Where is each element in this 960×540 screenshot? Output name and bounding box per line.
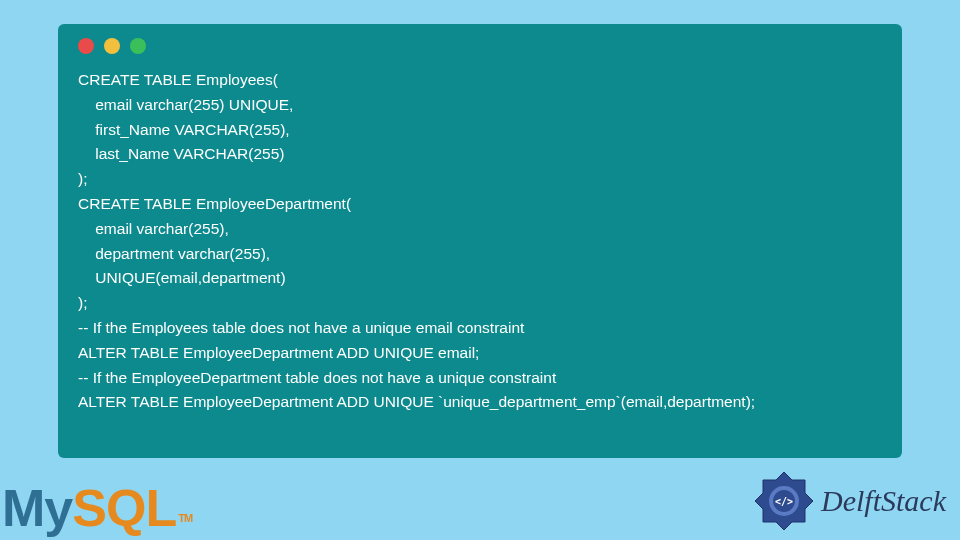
delftstack-logo: </> DelftStack [753, 470, 946, 532]
code-block: CREATE TABLE Employees( email varchar(25… [58, 24, 902, 458]
minimize-icon [104, 38, 120, 54]
mysql-tm: TM [178, 512, 192, 524]
maximize-icon [130, 38, 146, 54]
mysql-my: My [2, 479, 72, 537]
mysql-sql: SQL [72, 479, 176, 537]
sql-code: CREATE TABLE Employees( email varchar(25… [78, 68, 882, 415]
delftstack-text: DelftStack [821, 484, 946, 518]
window-controls [78, 38, 882, 54]
delftstack-icon: </> [753, 470, 815, 532]
svg-text:</>: </> [775, 496, 793, 507]
mysql-logo: MySQLTM [2, 478, 192, 538]
close-icon [78, 38, 94, 54]
